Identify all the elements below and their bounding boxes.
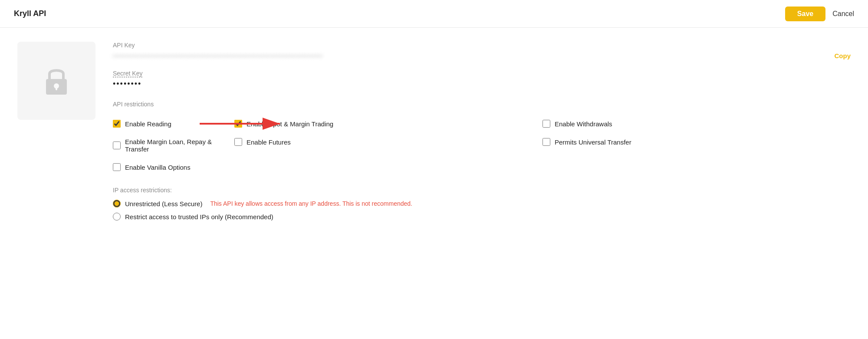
api-key-value: ••••••••••••••••••••••••••••••••••••••••…: [113, 53, 828, 59]
enable-futures-label: Enable Futures: [247, 138, 291, 146]
checkbox-enable-reading[interactable]: Enable Reading: [113, 115, 234, 133]
header-actions: Save Cancel: [785, 7, 854, 21]
api-key-label: API Key: [113, 42, 851, 49]
form-section: API Key ••••••••••••••••••••••••••••••••…: [113, 42, 851, 226]
enable-spot-margin-label: Enable Spot & Margin Trading: [247, 120, 333, 128]
enable-margin-loan-label: Enable Margin Loan, Repay & Transfer: [125, 138, 234, 153]
permits-universal-label: Permits Universal Transfer: [555, 138, 631, 146]
radio-unrestricted-input[interactable]: [113, 200, 121, 207]
checkbox-enable-margin-loan[interactable]: Enable Margin Loan, Repay & Transfer: [113, 133, 234, 158]
page-header: Kryll API Save Cancel: [0, 0, 868, 28]
checkbox-permits-universal[interactable]: Permits Universal Transfer: [542, 133, 851, 151]
restrictions-label: API restrictions: [113, 101, 851, 108]
col-enable-vanilla: Enable Vanilla Options: [113, 158, 234, 176]
checkbox-enable-futures-input[interactable]: [234, 138, 242, 146]
checkbox-enable-spot-margin[interactable]: Enable Spot & Margin Trading: [234, 115, 542, 133]
restrictions-row-1: Enable Reading Enable Spot & Margin Trad…: [113, 115, 851, 133]
restrictions-row-3: Enable Vanilla Options: [113, 158, 851, 176]
checkbox-enable-vanilla-input[interactable]: [113, 163, 121, 171]
restrictions-grid: Enable Reading Enable Spot & Margin Trad…: [113, 115, 851, 176]
radio-restricted-label: Restrict access to trusted IPs only (Rec…: [125, 213, 273, 221]
col-enable-margin-loan: Enable Margin Loan, Repay & Transfer: [113, 133, 234, 158]
checkbox-enable-withdrawals-input[interactable]: [542, 120, 550, 128]
radio-restricted[interactable]: Restrict access to trusted IPs only (Rec…: [113, 213, 851, 221]
page-title: Kryll API: [14, 9, 46, 18]
lock-icon: [43, 63, 70, 98]
restrictions-row-2: Enable Margin Loan, Repay & Transfer Ena…: [113, 133, 851, 158]
secret-key-section: Secret Key ••••••••: [113, 70, 851, 89]
enable-vanilla-label: Enable Vanilla Options: [125, 164, 191, 171]
svg-rect-2: [56, 87, 57, 90]
radio-unrestricted-label: Unrestricted (Less Secure): [125, 200, 202, 207]
col-enable-spot-margin: Enable Spot & Margin Trading: [234, 115, 542, 133]
checkbox-permits-universal-input[interactable]: [542, 138, 550, 146]
col-enable-reading: Enable Reading: [113, 115, 234, 133]
radio-unrestricted-warning: This API key allows access from any IP a…: [210, 200, 412, 207]
checkbox-enable-vanilla[interactable]: Enable Vanilla Options: [113, 158, 234, 176]
checkbox-enable-reading-input[interactable]: [113, 120, 121, 128]
col-permits-universal: Permits Universal Transfer: [542, 133, 851, 158]
ip-restrictions-label: IP access restrictions:: [113, 187, 851, 194]
copy-button[interactable]: Copy: [835, 52, 851, 59]
enable-withdrawals-label: Enable Withdrawals: [555, 120, 612, 128]
lock-image: [17, 42, 95, 120]
save-button[interactable]: Save: [785, 7, 825, 21]
api-key-row: ••••••••••••••••••••••••••••••••••••••••…: [113, 52, 851, 59]
col-enable-futures: Enable Futures: [234, 133, 542, 158]
main-content: API Key ••••••••••••••••••••••••••••••••…: [0, 28, 868, 240]
col-enable-withdrawals: Enable Withdrawals: [542, 115, 851, 133]
radio-restricted-input[interactable]: [113, 213, 121, 221]
checkbox-enable-futures[interactable]: Enable Futures: [234, 133, 542, 151]
enable-reading-label: Enable Reading: [125, 120, 171, 128]
checkbox-enable-margin-loan-input[interactable]: [113, 142, 121, 149]
secret-key-label: Secret Key: [113, 70, 851, 77]
secret-key-value: ••••••••: [113, 79, 851, 89]
radio-unrestricted[interactable]: Unrestricted (Less Secure) This API key …: [113, 200, 851, 207]
api-restrictions-section: API restrictions: [113, 101, 851, 176]
checkbox-enable-spot-margin-input[interactable]: [234, 120, 242, 128]
ip-restrictions-section: IP access restrictions: Unrestricted (Le…: [113, 187, 851, 221]
cancel-button[interactable]: Cancel: [832, 10, 854, 18]
checkbox-enable-withdrawals[interactable]: Enable Withdrawals: [542, 115, 851, 133]
